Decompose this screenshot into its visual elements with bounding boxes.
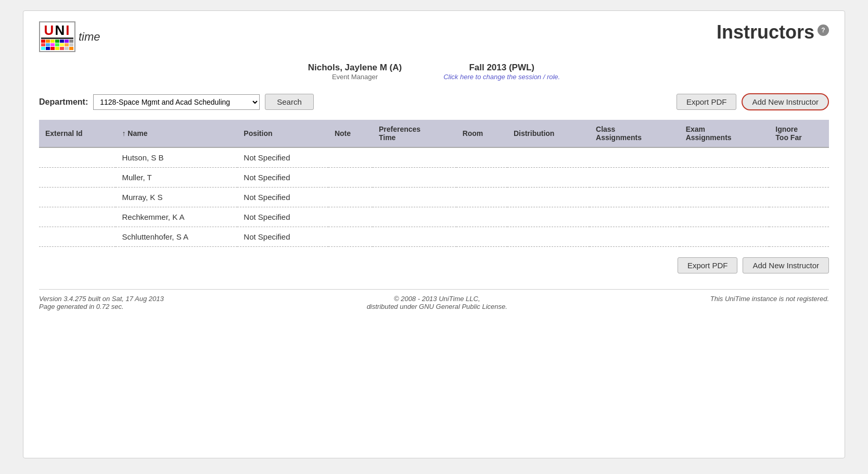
table-row[interactable]: Muller, TNot Specified	[39, 168, 829, 188]
cell-external_id	[39, 168, 116, 188]
cell-pref_time	[373, 147, 456, 168]
table-row[interactable]: Rechkemmer, K ANot Specified	[39, 207, 829, 227]
cell-note	[328, 147, 373, 168]
cell-name: Muller, T	[116, 168, 237, 188]
header-right: Instructors ?	[717, 21, 829, 43]
cell-note	[328, 227, 373, 247]
col-name[interactable]: ↑ Name	[116, 120, 237, 147]
cell-external_id	[39, 227, 116, 247]
col-pref-time: PreferencesTime	[373, 120, 456, 147]
cell-exam_assignments	[680, 207, 770, 227]
col-position: Position	[237, 120, 328, 147]
cell-room	[456, 147, 507, 168]
cell-name: Hutson, S B	[116, 147, 237, 168]
cell-room	[456, 168, 507, 188]
table-row[interactable]: Murray, K SNot Specified	[39, 188, 829, 207]
cell-name: Rechkemmer, K A	[116, 207, 237, 227]
footer-registration: This UniTime instance is not registered.	[710, 295, 829, 303]
export-pdf-button-bottom[interactable]: Export PDF	[678, 257, 738, 273]
cell-position: Not Specified	[237, 168, 328, 188]
cell-room	[456, 188, 507, 207]
cell-external_id	[39, 188, 116, 207]
cell-distribution	[507, 188, 590, 207]
cell-distribution	[507, 168, 590, 188]
cell-distribution	[507, 227, 590, 247]
toolbar-right: Export PDF Add New Instructor	[676, 93, 829, 110]
cell-pref_time	[373, 207, 456, 227]
cell-pref_time	[373, 168, 456, 188]
cell-position: Not Specified	[237, 147, 328, 168]
session-link[interactable]: Click here to change the session / role.	[443, 73, 560, 81]
bottom-toolbar: Export PDF Add New Instructor	[39, 257, 829, 273]
help-icon[interactable]: ?	[818, 24, 829, 36]
col-ignore-too-far: IgnoreToo Far	[769, 120, 829, 147]
logo-bar	[41, 38, 73, 39]
instructors-table: External Id ↑ Name Position Note Prefere…	[39, 120, 829, 247]
cell-ignore_too_far	[769, 188, 829, 207]
cell-exam_assignments	[680, 227, 770, 247]
cell-pref_time	[373, 227, 456, 247]
user-info-area: Nichols, Jaylene M (A) Event Manager Fal…	[39, 63, 829, 81]
user-role: Event Manager	[308, 73, 402, 81]
cell-pref_time	[373, 188, 456, 207]
cell-position: Not Specified	[237, 207, 328, 227]
cell-room	[456, 207, 507, 227]
page-wrapper: UNI	[23, 10, 845, 458]
table-row[interactable]: Hutson, S BNot Specified	[39, 147, 829, 168]
page-title-text: Instructors	[717, 21, 814, 43]
page-title: Instructors ?	[717, 21, 829, 43]
col-room: Room	[456, 120, 507, 147]
export-pdf-button-top[interactable]: Export PDF	[676, 94, 737, 110]
logo-time: time	[79, 30, 100, 44]
col-note: Note	[328, 120, 373, 147]
footer-page-gen: Page generated in 0.72 sec.	[39, 303, 164, 310]
cell-note	[328, 207, 373, 227]
logo-uni-text: UNI	[44, 23, 71, 37]
add-new-instructor-button-bottom[interactable]: Add New Instructor	[743, 257, 829, 273]
toolbar: Department: 1128-Space Mgmt and Acad Sch…	[39, 93, 829, 110]
cell-class_assignments	[590, 147, 680, 168]
search-button[interactable]: Search	[265, 94, 314, 110]
cell-external_id	[39, 147, 116, 168]
col-class-assignments: ClassAssignments	[590, 120, 680, 147]
cell-room	[456, 227, 507, 247]
logo-grid	[41, 40, 73, 50]
cell-ignore_too_far	[769, 227, 829, 247]
cell-position: Not Specified	[237, 227, 328, 247]
footer-right: This UniTime instance is not registered.	[710, 295, 829, 303]
table-header-row: External Id ↑ Name Position Note Prefere…	[39, 120, 829, 147]
dept-label: Department:	[39, 97, 88, 107]
cell-class_assignments	[590, 168, 680, 188]
footer-center: © 2008 - 2013 UniTime LLC, distributed u…	[367, 295, 507, 310]
col-distribution: Distribution	[507, 120, 590, 147]
cell-ignore_too_far	[769, 207, 829, 227]
cell-note	[328, 168, 373, 188]
cell-ignore_too_far	[769, 168, 829, 188]
user-name-block: Nichols, Jaylene M (A) Event Manager	[308, 63, 402, 81]
col-exam-assignments: ExamAssignments	[680, 120, 770, 147]
cell-external_id	[39, 207, 116, 227]
cell-ignore_too_far	[769, 147, 829, 168]
add-new-instructor-button-top[interactable]: Add New Instructor	[742, 93, 829, 110]
cell-exam_assignments	[680, 147, 770, 168]
cell-class_assignments	[590, 188, 680, 207]
cell-exam_assignments	[680, 168, 770, 188]
dept-select[interactable]: 1128-Space Mgmt and Acad Scheduling	[93, 94, 260, 110]
cell-exam_assignments	[680, 188, 770, 207]
table-row[interactable]: Schluttenhofer, S ANot Specified	[39, 227, 829, 247]
footer-left: Version 3.4.275 built on Sat, 17 Aug 201…	[39, 295, 164, 310]
user-name: Nichols, Jaylene M (A)	[308, 63, 402, 73]
cell-distribution	[507, 207, 590, 227]
footer-version: Version 3.4.275 built on Sat, 17 Aug 201…	[39, 295, 164, 303]
logo-box: UNI	[39, 21, 75, 52]
cell-name: Schluttenhofer, S A	[116, 227, 237, 247]
session-name: Fall 2013 (PWL)	[443, 63, 560, 73]
cell-class_assignments	[590, 207, 680, 227]
logo-area: UNI	[39, 21, 100, 52]
cell-name: Murray, K S	[116, 188, 237, 207]
cell-note	[328, 188, 373, 207]
cell-position: Not Specified	[237, 188, 328, 207]
header: UNI	[39, 21, 829, 52]
col-external-id: External Id	[39, 120, 116, 147]
footer-license: distributed under GNU General Public Lic…	[367, 303, 507, 310]
